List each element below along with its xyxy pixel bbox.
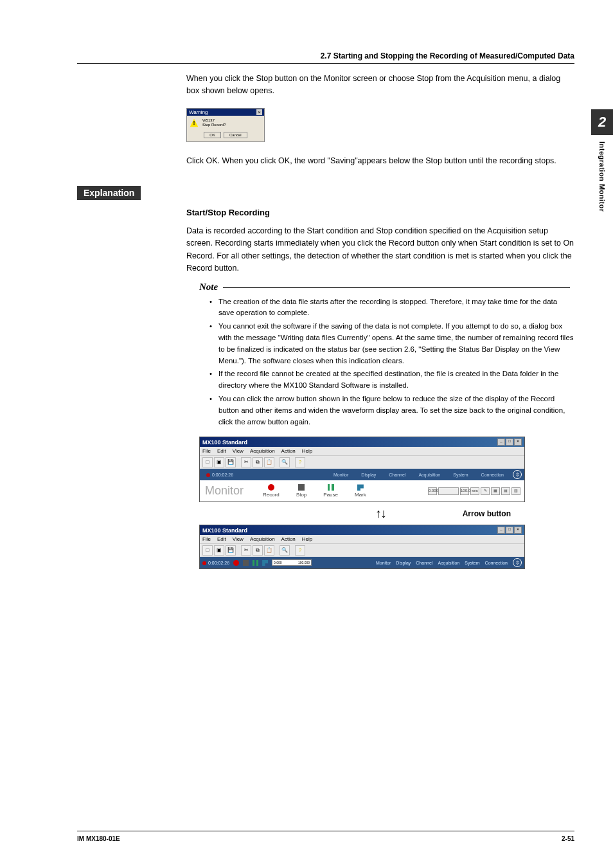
warning-dialog: Warning × ! W5137 Stop Record? OK Cancel (186, 108, 265, 142)
compact-tab-bar: 0:00:02:26 0.000 100.000 Monitor Display… (200, 557, 524, 568)
menu-help[interactable]: Help (302, 536, 312, 542)
note-item: You can click the arrow button shown in … (209, 393, 574, 428)
open-icon[interactable]: ▣ (214, 457, 224, 467)
tab-monitor[interactable]: Monitor (376, 561, 391, 565)
tab-channel[interactable]: Channel (385, 472, 409, 478)
timer-display: 0:00:02:26 (208, 561, 229, 565)
cut-icon[interactable]: ✂ (241, 457, 251, 467)
app-window-compact: MX100 Standard _ □ × File Edit View Acqu… (199, 525, 525, 569)
note-item: If the record file cannot be created at … (209, 368, 574, 392)
explanation-heading: Explanation (77, 186, 141, 200)
tool-icon[interactable]: ✎ (481, 487, 490, 495)
tool-icon[interactable]: ▥ (511, 487, 520, 495)
menu-file[interactable]: File (202, 448, 211, 454)
app-tab-bar: 0:00:02:26 Monitor Display Channel Acqui… (200, 469, 524, 480)
app-toolbar: □ ▣ 💾 ✂ ⧉ 📋 🔍 ? (200, 455, 524, 469)
tab-acquisition[interactable]: Acquisition (414, 472, 444, 478)
menu-edit[interactable]: Edit (217, 536, 226, 542)
menu-acquisition[interactable]: Acquisition (250, 448, 275, 454)
tab-acquisition[interactable]: Acquisition (438, 561, 459, 565)
tab-system[interactable]: System (465, 561, 479, 565)
pause-icon (328, 484, 334, 491)
menu-help[interactable]: Help (302, 448, 312, 454)
menu-view[interactable]: View (233, 536, 244, 542)
new-icon[interactable]: □ (202, 545, 213, 556)
pause-button[interactable]: Pause (323, 484, 338, 498)
scale-min: 0.000 (428, 487, 437, 495)
dialog-code: W5137 (202, 118, 226, 123)
paste-icon[interactable]: 📋 (264, 457, 274, 467)
zoom-icon[interactable]: 🔍 (280, 545, 290, 556)
help-icon[interactable]: ? (295, 457, 305, 467)
paste-icon[interactable]: 📋 (264, 545, 274, 556)
note-label: Note (199, 282, 222, 293)
flag-icon (357, 484, 364, 491)
save-icon[interactable]: 💾 (226, 545, 236, 556)
record-icon (268, 484, 274, 491)
stop-icon[interactable] (243, 560, 249, 566)
maximize-icon[interactable]: □ (506, 527, 513, 534)
new-icon[interactable]: □ (202, 457, 213, 467)
menu-file[interactable]: File (202, 536, 211, 542)
scale-slider[interactable]: 0.000 100.000 (272, 559, 312, 566)
app-figure: MX100 Standard _ □ × File Edit View Acqu… (199, 437, 524, 569)
close-icon[interactable]: × (514, 439, 522, 446)
copy-icon[interactable]: ⧉ (253, 545, 263, 556)
tab-monitor[interactable]: Monitor (330, 472, 352, 478)
open-icon[interactable]: ▣ (214, 545, 224, 556)
cut-icon[interactable]: ✂ (241, 545, 251, 556)
app-window-expanded: MX100 Standard _ □ × File Edit View Acqu… (199, 437, 525, 502)
subheading-start-stop: Start/Stop Recording (186, 208, 574, 217)
copy-icon[interactable]: ⧉ (253, 457, 263, 467)
app-title: MX100 Standard (202, 439, 247, 446)
tab-system[interactable]: System (449, 472, 472, 478)
side-tab: 2 Integration Monitor (591, 109, 613, 212)
record-icon[interactable] (233, 560, 239, 566)
tab-display[interactable]: Display (396, 561, 411, 565)
scale-unit: sec (470, 487, 479, 495)
zoom-icon[interactable]: 🔍 (280, 457, 290, 467)
close-icon[interactable]: × (256, 109, 262, 115)
tab-connection[interactable]: Connection (477, 472, 508, 478)
stop-icon (298, 484, 305, 491)
close-icon[interactable]: × (514, 527, 522, 534)
ok-button[interactable]: OK (204, 132, 221, 138)
arrow-button[interactable]: ⇕ (513, 470, 522, 479)
arrow-button-label: Arrow button (463, 509, 511, 518)
chapter-label: Integration Monitor (598, 135, 606, 212)
flag-icon[interactable] (262, 560, 268, 566)
record-indicator-icon (206, 473, 210, 477)
tab-display[interactable]: Display (357, 472, 380, 478)
menu-action[interactable]: Action (281, 448, 296, 454)
save-icon[interactable]: 💾 (226, 457, 236, 467)
note-item: You cannot exit the software if the savi… (209, 321, 574, 366)
warning-icon: ! (190, 118, 199, 127)
start-stop-body: Data is recorded according to the Start … (186, 225, 574, 275)
pause-icon[interactable] (253, 560, 258, 566)
minimize-icon[interactable]: _ (497, 527, 505, 534)
scale-max: 100.000 (298, 561, 310, 565)
tool-icon[interactable]: ▤ (501, 487, 510, 495)
stop-button[interactable]: Stop (296, 484, 306, 498)
menu-edit[interactable]: Edit (217, 448, 226, 454)
menu-view[interactable]: View (233, 448, 244, 454)
maximize-icon[interactable]: □ (506, 439, 513, 446)
tab-connection[interactable]: Connection (485, 561, 508, 565)
monitor-body: Monitor Record Stop Pause Mark 0.000 100… (200, 480, 524, 502)
after-dialog-paragraph: Click OK. When you click OK, the word "S… (186, 155, 574, 167)
tool-icon[interactable]: ▦ (491, 487, 500, 495)
scale-slider[interactable] (438, 487, 459, 495)
chapter-number: 2 (591, 109, 613, 135)
mark-button[interactable]: Mark (355, 484, 366, 498)
menu-action[interactable]: Action (281, 536, 296, 542)
arrow-button[interactable]: ⇕ (513, 558, 522, 567)
record-button[interactable]: Record (263, 484, 280, 498)
cancel-button[interactable]: Cancel (224, 132, 247, 138)
tab-channel[interactable]: Channel (416, 561, 432, 565)
help-icon[interactable]: ? (295, 545, 305, 556)
app-toolbar: □ ▣ 💾 ✂ ⧉ 📋 🔍 ? (200, 543, 524, 557)
minimize-icon[interactable]: _ (497, 439, 505, 446)
footer-left: IM MX180-01E (77, 835, 120, 842)
menu-acquisition[interactable]: Acquisition (250, 536, 275, 542)
note-list: The creation of the data file starts aft… (209, 296, 574, 428)
